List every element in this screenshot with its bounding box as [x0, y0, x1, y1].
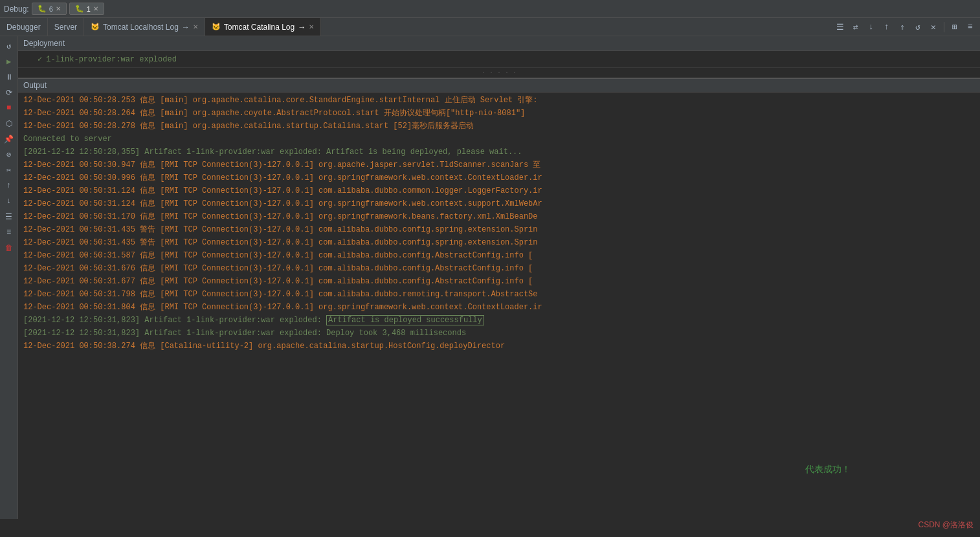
success-highlight: Artifact is deployed successfully: [326, 315, 484, 325]
log-line: 12-Dec-2021 00:50:30.947 信息 [RMI TCP Con…: [18, 159, 980, 171]
cat-icon-localhost: 🐱: [91, 23, 100, 31]
debug-tab-1[interactable]: 🐛 1 ✕: [69, 3, 104, 15]
toolbar-up2-icon[interactable]: ⇑: [895, 20, 909, 34]
log-line: 12-Dec-2021 00:50:31.804 信息 [RMI TCP Con…: [18, 301, 980, 314]
deployment-item-label: 1-link-provider:war exploded: [46, 55, 177, 64]
log-line: 12-Dec-2021 00:50:31.798 信息 [RMI TCP Con…: [18, 288, 980, 301]
tab-tomcat-localhost[interactable]: 🐱 Tomcat Localhost Log → ✕: [84, 18, 205, 36]
log-line: 12-Dec-2021 00:50:31.677 信息 [RMI TCP Con…: [18, 275, 980, 288]
sidebar-trash-btn[interactable]: 🗑: [2, 241, 16, 255]
left-sidebar: ↺ ▶ ⏸ ⟳ ■ ⬡ 📌 ⊘ ✂ ↑ ↓ ☰ ≡ 🗑: [0, 36, 18, 519]
log-line: 12-Dec-2021 00:50:31.124 信息 [RMI TCP Con…: [18, 184, 980, 197]
sidebar-pin-btn[interactable]: 📌: [2, 132, 16, 146]
log-line: 12-Dec-2021 00:50:31.435 警告 [RMI TCP Con…: [18, 236, 980, 249]
output-scroll[interactable]: 12-Dec-2021 00:50:28.253 信息 [main] org.a…: [18, 93, 980, 519]
debug-tab-6[interactable]: 🐛 6 ✕: [32, 3, 67, 15]
bug-icon-6: 🐛: [38, 5, 47, 13]
arrow-catalina: →: [298, 23, 306, 32]
sidebar-scissors-btn[interactable]: ✂: [2, 163, 16, 177]
toolbar-align-icon[interactable]: ≡: [963, 20, 977, 34]
sidebar-reload-btn[interactable]: ↺: [2, 39, 16, 53]
log-line: 12-Dec-2021 00:50:31.587 信息 [RMI TCP Con…: [18, 249, 980, 262]
csdn-badge: CSDN @洛洛俊: [918, 520, 974, 531]
log-line: Connected to server: [18, 133, 980, 146]
log-line: 12-Dec-2021 00:50:28.253 信息 [main] org.a…: [18, 94, 980, 107]
tab-server[interactable]: Server: [48, 18, 84, 36]
main-layout: ↺ ▶ ⏸ ⟳ ■ ⬡ 📌 ⊘ ✂ ↑ ↓ ☰ ≡ 🗑 Deployment ✓…: [0, 36, 980, 519]
tab-debugger[interactable]: Debugger: [0, 18, 48, 36]
log-line: 12-Dec-2021 00:50:31.124 信息 [RMI TCP Con…: [18, 197, 980, 210]
sidebar-arrow-down-btn[interactable]: ↓: [2, 194, 16, 208]
log-line: 12-Dec-2021 00:50:38.274 信息 [Catalina-ut…: [18, 340, 980, 353]
sidebar-update-btn[interactable]: ⬡: [2, 116, 16, 131]
sidebar-play-btn[interactable]: ▶: [2, 54, 16, 69]
log-line: 12-Dec-2021 00:50:28.278 信息 [main] org.a…: [18, 120, 980, 133]
tab-tomcat-catalina[interactable]: 🐱 Tomcat Catalina Log → ✕: [205, 18, 321, 36]
log-line: [2021-12-12 12:50:28,355] Artifact 1-lin…: [18, 146, 980, 159]
arrow-localhost: →: [182, 23, 190, 32]
debug-tab-1-close[interactable]: ✕: [93, 5, 98, 12]
debug-tab-6-label: 6: [49, 5, 53, 13]
deployment-header: Deployment: [18, 36, 980, 51]
log-line: [2021-12-12 12:50:31,823] Artifact 1-lin…: [18, 327, 980, 340]
sidebar-sync-btn[interactable]: ⟳: [2, 85, 16, 100]
tab-tomcat-catalina-label: Tomcat Catalina Log: [224, 23, 295, 32]
log-line: 12-Dec-2021 00:50:28.264 信息 [main] org.a…: [18, 107, 980, 120]
sidebar-pause-btn[interactable]: ⏸: [2, 70, 16, 84]
toolbar-scroll-icon[interactable]: ⇄: [849, 20, 863, 34]
tab-tomcat-catalina-close[interactable]: ✕: [309, 23, 314, 30]
debug-tab-6-close[interactable]: ✕: [56, 5, 61, 12]
sidebar-stop-btn[interactable]: ■: [2, 101, 16, 115]
debug-tab-1-label: 1: [87, 5, 91, 13]
log-line: 12-Dec-2021 00:50:30.996 信息 [RMI TCP Con…: [18, 171, 980, 184]
sidebar-filter-btn[interactable]: ⊘: [2, 148, 16, 162]
tab-tomcat-localhost-label: Tomcat Localhost Log: [103, 23, 179, 32]
sidebar-list2-btn[interactable]: ≡: [2, 225, 16, 239]
cat-icon-catalina: 🐱: [212, 23, 221, 31]
sidebar-arrow-up-btn[interactable]: ↑: [2, 179, 16, 193]
divider: · · · · ·: [18, 68, 980, 78]
log-line: 12-Dec-2021 00:50:31.676 信息 [RMI TCP Con…: [18, 262, 980, 275]
log-line: 12-Dec-2021 00:50:31.170 信息 [RMI TCP Con…: [18, 210, 980, 223]
toolbar-sep1: [944, 22, 944, 32]
deployment-item: ✓ 1-link-provider:war exploded: [18, 51, 980, 68]
bug-icon-1: 🐛: [75, 5, 84, 13]
tab-tomcat-localhost-close[interactable]: ✕: [193, 23, 198, 30]
sidebar-list-btn[interactable]: ☰: [2, 210, 16, 224]
log-line: 12-Dec-2021 00:50:31.435 警告 [RMI TCP Con…: [18, 223, 980, 236]
toolbar-menu-icon[interactable]: ☰: [833, 20, 847, 34]
log-line: [2021-12-12 12:50:31,823] Artifact 1-lin…: [18, 314, 980, 327]
tab-server-label: Server: [54, 23, 77, 32]
toolbar-up-icon[interactable]: ↑: [880, 20, 894, 34]
debug-bar: Debug: 🐛 6 ✕ 🐛 1 ✕: [0, 0, 980, 18]
content-area: Deployment ✓ 1-link-provider:war explode…: [18, 36, 980, 519]
tab-debugger-label: Debugger: [6, 23, 41, 32]
debug-label: Debug:: [4, 5, 29, 14]
tab-row: Debugger Server 🐱 Tomcat Localhost Log →…: [0, 18, 980, 36]
toolbar-grid-icon[interactable]: ⊞: [948, 20, 962, 34]
toolbar-stop-icon[interactable]: ✕: [926, 20, 941, 34]
output-header: Output: [18, 78, 980, 93]
toolbar-down-icon[interactable]: ↓: [864, 20, 878, 34]
toolbar-refresh-icon[interactable]: ↺: [911, 20, 925, 34]
deploy-check-icon: ✓: [38, 54, 42, 64]
